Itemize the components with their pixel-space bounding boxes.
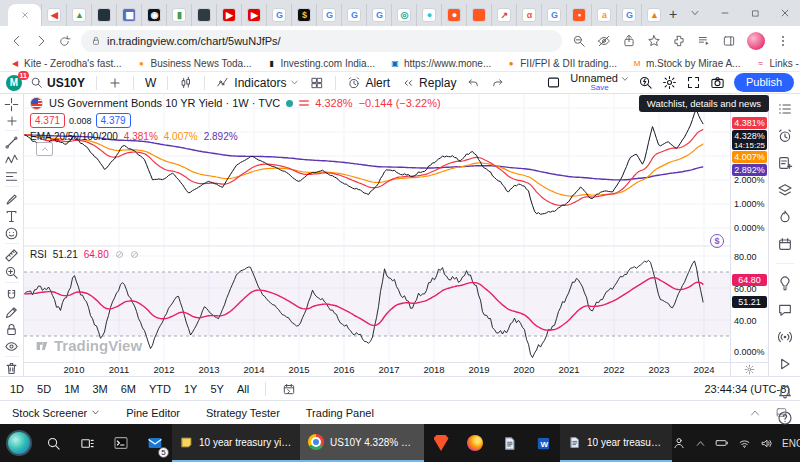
save-button[interactable]: Save bbox=[570, 84, 629, 92]
taskbar-search-button[interactable] bbox=[36, 424, 70, 462]
task-sticky-note[interactable]: 10 year treasury yield bbox=[172, 424, 300, 462]
layout-name-menu[interactable]: Unnamed Save bbox=[570, 73, 629, 92]
promo-icon[interactable]: $ bbox=[710, 234, 724, 248]
window-minimize-button[interactable] bbox=[710, 0, 740, 26]
side-panel-icon[interactable] bbox=[722, 34, 736, 48]
rsi-hide-icon[interactable] bbox=[115, 250, 124, 259]
pane-expand-button[interactable] bbox=[36, 142, 53, 156]
tab-pine-editor[interactable]: Pine Editor bbox=[126, 407, 180, 419]
bookmark-item[interactable]: Mm.Stock by Mirae A... bbox=[632, 58, 740, 69]
tab-search-chevron[interactable] bbox=[680, 0, 710, 26]
window-maximize-button[interactable] bbox=[740, 0, 770, 26]
object-tree-icon[interactable] bbox=[777, 182, 793, 198]
draw-mode-tool[interactable] bbox=[0, 305, 23, 320]
mail-button[interactable]: 5 bbox=[138, 424, 172, 462]
range-button[interactable]: 3M bbox=[92, 383, 107, 395]
zoom-in-tool[interactable] bbox=[0, 265, 23, 280]
settings-gear-icon[interactable] bbox=[662, 75, 677, 90]
media-list-icon[interactable] bbox=[697, 34, 711, 48]
undo-button[interactable] bbox=[464, 76, 483, 89]
reload-button[interactable] bbox=[58, 35, 71, 48]
active-tab[interactable] bbox=[8, 4, 41, 26]
pinned-tab[interactable] bbox=[466, 4, 491, 26]
tray-expand-icon[interactable] bbox=[695, 438, 706, 449]
extensions-icon[interactable] bbox=[672, 34, 686, 48]
bookmark-item[interactable]: ≈Links - Linkly bbox=[755, 58, 800, 69]
tab-trading-panel[interactable]: Trading Panel bbox=[306, 407, 374, 419]
cross-tool[interactable] bbox=[0, 114, 23, 128]
bookmark-item[interactable]: ●FII/FPI & DII trading... bbox=[506, 58, 617, 69]
replay-button[interactable]: Replay bbox=[398, 76, 459, 90]
task-view-button[interactable] bbox=[70, 424, 104, 462]
people-icon[interactable] bbox=[672, 436, 686, 450]
alert-button[interactable]: Alert bbox=[344, 76, 393, 90]
pinned-tab[interactable]: ● bbox=[441, 4, 466, 26]
pinned-tab[interactable]: ◀ bbox=[41, 4, 66, 26]
hotlists-icon[interactable] bbox=[777, 209, 793, 225]
snapshot-camera-icon[interactable] bbox=[710, 75, 725, 90]
share-icon[interactable] bbox=[622, 34, 636, 48]
pinned-tab[interactable]: ▶ bbox=[216, 4, 241, 26]
terminal-button[interactable] bbox=[104, 424, 138, 462]
pinned-tab[interactable]: ▲ bbox=[66, 4, 91, 26]
interval-button[interactable]: W bbox=[142, 76, 159, 90]
indicator-templates-button[interactable] bbox=[307, 76, 327, 90]
chat-icon[interactable] bbox=[777, 302, 793, 318]
pinned-tab[interactable]: ▦ bbox=[116, 4, 141, 26]
help-icon[interactable] bbox=[777, 410, 793, 426]
pinned-tab[interactable]: ◎ bbox=[391, 4, 416, 26]
bookmark-item[interactable]: ▮Investing.com India... bbox=[267, 58, 376, 69]
pinned-tab[interactable]: $ bbox=[291, 4, 316, 26]
emoji-tool[interactable] bbox=[0, 226, 23, 241]
gear-icon[interactable] bbox=[744, 364, 755, 375]
range-button[interactable]: All bbox=[237, 383, 249, 395]
window-close-button[interactable] bbox=[770, 0, 800, 26]
pinned-tab[interactable]: G bbox=[616, 4, 641, 26]
chart-pane[interactable]: US Government Bonds 10 YR Yield · 1W · T… bbox=[24, 94, 730, 376]
fullscreen-icon[interactable] bbox=[686, 75, 701, 90]
pinned-tab[interactable]: ↗ bbox=[491, 4, 516, 26]
alerts-clock-icon[interactable] bbox=[777, 128, 793, 144]
pinned-tab[interactable]: ● bbox=[416, 4, 441, 26]
watchlist-icon[interactable] bbox=[777, 101, 793, 117]
user-menu-avatar[interactable]: M11 bbox=[6, 75, 22, 91]
pattern-tool[interactable] bbox=[0, 152, 23, 167]
go-to-date-icon[interactable] bbox=[282, 382, 296, 396]
live-icon[interactable] bbox=[777, 356, 793, 372]
pinned-tab[interactable] bbox=[191, 4, 216, 26]
bookmark-item[interactable]: ◀Kite - Zerodha's fast... bbox=[10, 58, 122, 69]
bookmark-item[interactable]: ▣https://www.mone... bbox=[390, 58, 491, 69]
pinned-tab[interactable]: G bbox=[266, 4, 291, 26]
tab-stock-screener[interactable]: Stock Screener bbox=[12, 407, 100, 419]
chart-style-button[interactable] bbox=[176, 76, 196, 90]
forward-button[interactable] bbox=[34, 34, 48, 48]
range-button[interactable]: 6M bbox=[121, 383, 136, 395]
ema-label[interactable]: EMA 20/50/100/200 bbox=[30, 131, 118, 142]
pinned-tab[interactable]: α bbox=[516, 4, 541, 26]
url-text[interactable]: in.tradingview.com/chart/5wuNJfPs/ bbox=[107, 35, 281, 47]
browser-menu-icon[interactable] bbox=[776, 34, 790, 48]
axis-settings[interactable] bbox=[731, 362, 768, 376]
bookmark-star-icon[interactable] bbox=[647, 34, 661, 48]
task-chrome[interactable]: US10Y 4.328% 0% U... bbox=[300, 424, 424, 462]
notepad-button[interactable] bbox=[492, 424, 526, 462]
hide-drawings-tool[interactable] bbox=[0, 339, 23, 354]
tab-strategy-tester[interactable]: Strategy Tester bbox=[206, 407, 280, 419]
redo-button[interactable] bbox=[488, 76, 507, 89]
new-tab-button[interactable]: + bbox=[666, 4, 680, 26]
firefox-button[interactable] bbox=[458, 424, 492, 462]
eye-off-icon[interactable] bbox=[597, 34, 611, 48]
calendar-icon[interactable] bbox=[777, 236, 793, 252]
range-button[interactable]: 1D bbox=[10, 383, 24, 395]
back-button[interactable] bbox=[10, 34, 24, 48]
pinned-tab[interactable]: G bbox=[341, 4, 366, 26]
start-button[interactable] bbox=[2, 424, 36, 462]
pinned-tab[interactable]: a bbox=[591, 4, 616, 26]
trend-line-tool[interactable] bbox=[0, 135, 23, 150]
magnet-tool[interactable] bbox=[0, 288, 23, 303]
symbol-title[interactable]: US Government Bonds 10 YR Yield · 1W · T… bbox=[49, 97, 280, 109]
url-bar[interactable]: in.tradingview.com/chart/5wuNJfPs/ bbox=[81, 30, 562, 52]
symbol-search-button[interactable]: US10Y bbox=[27, 76, 88, 90]
ideas-icon[interactable] bbox=[777, 275, 793, 291]
pinned-tab[interactable]: ▪ bbox=[566, 4, 591, 26]
